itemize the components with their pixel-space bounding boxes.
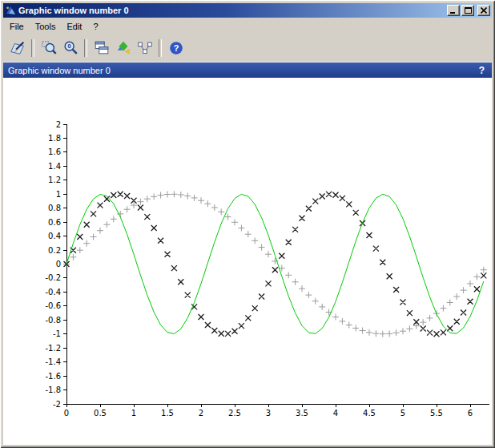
plot-canvas[interactable]: 00.511.522.533.544.555.56-2-1.8-1.6-1.4-… bbox=[3, 78, 492, 445]
svg-text:4.5: 4.5 bbox=[363, 409, 376, 418]
figure-export-button[interactable] bbox=[6, 38, 28, 59]
dock-title: Graphic window number 0 bbox=[8, 66, 111, 75]
svg-text:-1: -1 bbox=[53, 329, 61, 338]
close-button[interactable] bbox=[477, 5, 490, 16]
svg-text:0.4: 0.4 bbox=[48, 232, 61, 240]
svg-text:0.6: 0.6 bbox=[48, 218, 61, 227]
graphic-window: Graphic window number 0 File Tools Edit … bbox=[0, 0, 495, 448]
help-icon: ? bbox=[167, 39, 185, 57]
menu-tools[interactable]: Tools bbox=[30, 19, 62, 34]
zoom-area-icon bbox=[40, 39, 58, 57]
svg-text:3.5: 3.5 bbox=[296, 409, 308, 418]
svg-text:0.2: 0.2 bbox=[48, 246, 61, 255]
svg-text:-1.6: -1.6 bbox=[45, 372, 61, 381]
menu-edit[interactable]: Edit bbox=[61, 19, 87, 34]
svg-text:1.6: 1.6 bbox=[48, 147, 61, 156]
svg-text:0: 0 bbox=[67, 42, 70, 50]
rotate-3d-icon bbox=[115, 39, 132, 57]
toolbar: 0 bbox=[3, 34, 492, 62]
svg-text:1: 1 bbox=[131, 409, 136, 418]
svg-text:4: 4 bbox=[333, 409, 338, 418]
window-title: Graphic window number 0 bbox=[18, 6, 445, 15]
svg-text:-1.2: -1.2 bbox=[45, 344, 61, 353]
svg-text:-0.6: -0.6 bbox=[45, 301, 61, 310]
menu-help[interactable]: ? bbox=[87, 19, 103, 34]
scilab-logo-icon bbox=[5, 5, 16, 16]
svg-text:3: 3 bbox=[266, 409, 271, 418]
svg-text:5.5: 5.5 bbox=[430, 409, 443, 418]
ged-button[interactable] bbox=[134, 38, 155, 59]
svg-text:-0.8: -0.8 bbox=[45, 316, 61, 325]
svg-text:0: 0 bbox=[56, 260, 61, 268]
figure-export-icon bbox=[9, 39, 26, 57]
svg-text:-2: -2 bbox=[53, 400, 61, 409]
svg-text:1.2: 1.2 bbox=[48, 176, 61, 184]
svg-text:2: 2 bbox=[56, 120, 61, 129]
toolbar-separator bbox=[84, 39, 87, 57]
svg-text:-0.4: -0.4 bbox=[45, 288, 61, 297]
window-controls bbox=[447, 5, 490, 16]
menu-bar: File Tools Edit ? bbox=[3, 18, 492, 34]
svg-text:0.8: 0.8 bbox=[48, 204, 61, 212]
help-button[interactable]: ? bbox=[165, 38, 187, 59]
rotate-3d-button[interactable] bbox=[112, 38, 134, 59]
maximize-button[interactable] bbox=[461, 5, 474, 16]
unzoom-icon: 0 bbox=[62, 39, 79, 57]
title-bar[interactable]: Graphic window number 0 bbox=[3, 3, 492, 18]
toolbar-separator bbox=[31, 39, 34, 57]
svg-text:0.5: 0.5 bbox=[94, 409, 107, 418]
zoom-area-button[interactable] bbox=[38, 38, 59, 59]
svg-text:?: ? bbox=[173, 43, 179, 53]
svg-text:5: 5 bbox=[400, 409, 405, 418]
svg-text:1: 1 bbox=[56, 190, 61, 199]
menu-file[interactable]: File bbox=[4, 19, 30, 34]
toolbar-separator bbox=[159, 39, 162, 57]
svg-text:-1.4: -1.4 bbox=[45, 357, 61, 366]
svg-text:2.5: 2.5 bbox=[228, 409, 241, 418]
windows-button[interactable] bbox=[91, 38, 112, 59]
minimize-icon bbox=[450, 7, 457, 14]
dock-title-bar: Graphic window number 0 ? bbox=[3, 62, 492, 78]
dock-help-button[interactable]: ? bbox=[477, 65, 487, 76]
ged-icon bbox=[136, 39, 154, 57]
chart: 00.511.522.533.544.555.56-2-1.8-1.6-1.4-… bbox=[3, 78, 492, 445]
svg-text:-1.8: -1.8 bbox=[45, 385, 61, 394]
svg-text:2: 2 bbox=[199, 409, 203, 418]
unzoom-button[interactable]: 0 bbox=[59, 38, 81, 59]
minimize-button[interactable] bbox=[447, 5, 460, 16]
maximize-icon bbox=[465, 7, 472, 14]
svg-text:1.4: 1.4 bbox=[48, 162, 61, 171]
svg-text:1.8: 1.8 bbox=[48, 134, 61, 143]
svg-text:6: 6 bbox=[468, 409, 473, 418]
windows-icon bbox=[93, 39, 111, 57]
svg-text:-0.2: -0.2 bbox=[45, 273, 61, 282]
close-icon bbox=[481, 7, 487, 14]
svg-text:1.5: 1.5 bbox=[161, 409, 174, 418]
svg-text:0: 0 bbox=[64, 409, 69, 418]
